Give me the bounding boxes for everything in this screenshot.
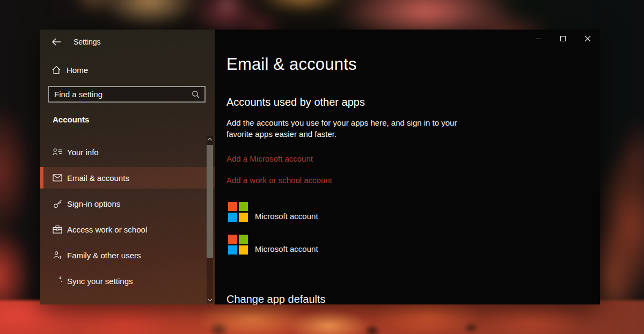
sidebar-item-sync-settings[interactable]: Sync your settings <box>40 270 215 292</box>
sidebar-item-your-info[interactable]: Your info <box>40 141 215 163</box>
window-controls <box>526 30 600 48</box>
back-button[interactable] <box>46 34 67 49</box>
main-pane: Email & accounts Accounts used by other … <box>215 30 600 304</box>
close-icon <box>584 35 591 42</box>
sidebar: Settings Home Accounts <box>40 30 215 304</box>
sidebar-item-label: Family & other users <box>67 251 141 260</box>
minimize-button[interactable] <box>526 30 551 48</box>
sync-icon <box>53 277 62 286</box>
sidebar-item-label: Email & accounts <box>67 173 129 183</box>
sidebar-item-label: Home <box>67 66 88 75</box>
selection-accent-bar <box>40 167 43 188</box>
account-label: Microsoft account <box>255 244 318 255</box>
background-flowers-bottom <box>0 300 644 334</box>
back-arrow-icon <box>52 38 61 46</box>
page-title: Email & accounts <box>226 55 357 74</box>
search-box[interactable] <box>48 86 206 103</box>
sidebar-scrollbar-thumb[interactable] <box>207 145 213 258</box>
sidebar-item-label: Sync your settings <box>67 277 133 286</box>
close-button[interactable] <box>575 30 600 48</box>
sidebar-item-label: Access work or school <box>67 225 147 234</box>
sidebar-item-label: Sign-in options <box>67 199 120 208</box>
key-icon <box>53 199 62 208</box>
sidebar-item-sign-in-options[interactable]: Sign-in options <box>40 193 215 214</box>
account-label: Microsoft account <box>255 212 318 222</box>
sidebar-item-email-accounts[interactable]: Email & accounts <box>40 167 215 188</box>
people-icon <box>53 251 62 259</box>
account-row[interactable]: Microsoft account <box>228 235 318 255</box>
sidebar-nav: Your info Email & accounts <box>40 141 215 296</box>
home-icon <box>52 66 61 75</box>
search-input[interactable] <box>49 90 192 99</box>
maximize-icon <box>560 36 566 41</box>
section-title: Accounts used by other apps <box>226 96 365 108</box>
sidebar-item-home[interactable]: Home <box>40 60 215 80</box>
settings-window: Email & accounts Accounts used by other … <box>40 30 600 304</box>
sidebar-scrollbar[interactable] <box>207 136 213 303</box>
microsoft-logo-icon <box>228 235 248 255</box>
microsoft-logo-icon <box>228 202 248 222</box>
change-app-defaults-title: Change app defaults <box>226 293 326 304</box>
app-title: Settings <box>74 38 101 46</box>
sidebar-section-header: Accounts <box>53 115 89 124</box>
contact-info-icon <box>53 148 62 156</box>
add-microsoft-account-link[interactable]: Add a Microsoft account <box>226 154 313 163</box>
minimize-icon <box>536 39 541 39</box>
briefcase-icon <box>53 225 62 234</box>
sidebar-item-label: Your info <box>67 148 99 157</box>
sidebar-item-access-work-school[interactable]: Access work or school <box>40 219 215 240</box>
search-icon[interactable] <box>192 90 200 98</box>
account-row[interactable]: Microsoft account <box>228 202 318 222</box>
sidebar-header: Settings <box>40 34 215 50</box>
email-icon <box>53 174 62 181</box>
add-work-school-account-link[interactable]: Add a work or school account <box>226 176 332 185</box>
section-description: Add the accounts you use for your apps h… <box>226 117 480 140</box>
maximize-button[interactable] <box>551 30 575 48</box>
scroll-down-icon[interactable] <box>208 297 212 301</box>
sidebar-item-family-other-users[interactable]: Family & other users <box>40 244 215 266</box>
scroll-up-icon[interactable] <box>208 138 212 142</box>
